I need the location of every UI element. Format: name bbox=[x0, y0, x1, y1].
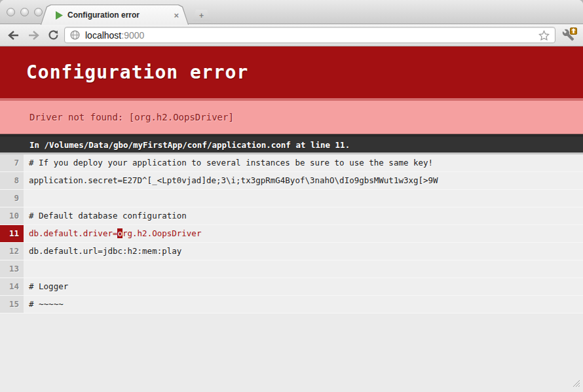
reload-icon bbox=[48, 29, 59, 41]
error-detail-text: Driver not found: [org.h2.OopsDriver] bbox=[29, 112, 234, 122]
line-number: 13 bbox=[0, 260, 24, 277]
code-line: 13 bbox=[0, 260, 583, 278]
line-number: 11 bbox=[0, 225, 24, 242]
line-code: db.default.driver=org.h2.OopsDriver bbox=[24, 225, 583, 242]
error-location-bar: In /Volumes/Data/gbo/myFirstApp/conf/app… bbox=[0, 134, 583, 152]
line-code: # Default database configuration bbox=[24, 207, 583, 224]
line-number: 15 bbox=[0, 296, 24, 313]
code-line: 9 bbox=[0, 190, 583, 207]
error-marker: o bbox=[117, 228, 122, 238]
update-badge-icon bbox=[570, 27, 577, 35]
forward-button[interactable] bbox=[25, 27, 42, 44]
line-code: # ~~~~~ bbox=[24, 296, 583, 313]
wrench-menu-button[interactable] bbox=[558, 27, 578, 44]
error-detail-band: Driver not found: [org.h2.OopsDriver] bbox=[0, 98, 583, 134]
plus-icon: + bbox=[199, 11, 204, 20]
bookmark-star-button[interactable] bbox=[538, 30, 550, 41]
line-code: application.secret=E27D^[_<Lpt0vjad]de;3… bbox=[24, 172, 583, 189]
reload-button[interactable] bbox=[45, 27, 62, 44]
url-port: :9000 bbox=[121, 30, 144, 41]
minimize-window-button[interactable] bbox=[20, 8, 29, 16]
address-bar[interactable]: localhost:9000 bbox=[64, 27, 555, 43]
line-code: db.default.url=jdbc:h2:mem:play bbox=[24, 243, 583, 260]
forward-icon bbox=[28, 30, 39, 41]
code-line: 14# Logger bbox=[0, 278, 583, 296]
tab-close-icon[interactable]: × bbox=[174, 11, 179, 20]
error-location-text: In /Volumes/Data/gbo/myFirstApp/conf/app… bbox=[29, 140, 350, 150]
tab-strip: Configuration error × + bbox=[0, 0, 583, 24]
error-header: Configuration error bbox=[0, 46, 583, 98]
code-before-marker: db.default.driver= bbox=[29, 228, 117, 238]
line-number: 7 bbox=[0, 154, 24, 171]
resize-grip-icon[interactable] bbox=[571, 378, 580, 390]
line-number: 10 bbox=[0, 207, 24, 224]
tab-configuration-error[interactable]: Configuration error × bbox=[41, 5, 188, 25]
line-code: # If you deploy your application to seve… bbox=[24, 154, 583, 171]
url-host: localhost bbox=[85, 30, 121, 41]
page-background bbox=[0, 313, 583, 392]
browser-toolbar: localhost:9000 bbox=[0, 24, 583, 46]
line-code bbox=[24, 190, 583, 207]
line-number: 12 bbox=[0, 243, 24, 260]
line-number: 14 bbox=[0, 278, 24, 295]
zoom-window-button[interactable] bbox=[34, 8, 43, 16]
back-button[interactable] bbox=[5, 27, 22, 44]
browser-window: Configuration error × + bbox=[0, 0, 583, 392]
config-code-listing: 7# If you deploy your application to sev… bbox=[0, 152, 583, 313]
code-after-marker: rg.h2.OopsDriver bbox=[122, 228, 201, 238]
page-title: Configuration error bbox=[26, 62, 248, 83]
play-icon bbox=[56, 11, 63, 20]
code-line-error: 11db.default.driver=org.h2.OopsDriver bbox=[0, 225, 583, 243]
line-code: # Logger bbox=[24, 278, 583, 295]
line-code bbox=[24, 260, 583, 277]
back-icon bbox=[8, 30, 20, 41]
line-number: 9 bbox=[0, 190, 24, 207]
code-line: 7# If you deploy your application to sev… bbox=[0, 154, 583, 172]
code-line: 10# Default database configuration bbox=[0, 207, 583, 225]
tab-title: Configuration error bbox=[67, 10, 174, 20]
code-line: 8application.secret=E27D^[_<Lpt0vjad]de;… bbox=[0, 172, 583, 190]
line-number: 8 bbox=[0, 172, 24, 189]
code-line: 15# ~~~~~ bbox=[0, 296, 583, 313]
globe-icon bbox=[70, 30, 80, 40]
traffic-lights bbox=[7, 8, 43, 16]
code-line: 12db.default.url=jdbc:h2:mem:play bbox=[0, 243, 583, 260]
url-text: localhost:9000 bbox=[85, 30, 144, 41]
close-window-button[interactable] bbox=[7, 8, 15, 16]
new-tab-button[interactable]: + bbox=[193, 10, 210, 21]
